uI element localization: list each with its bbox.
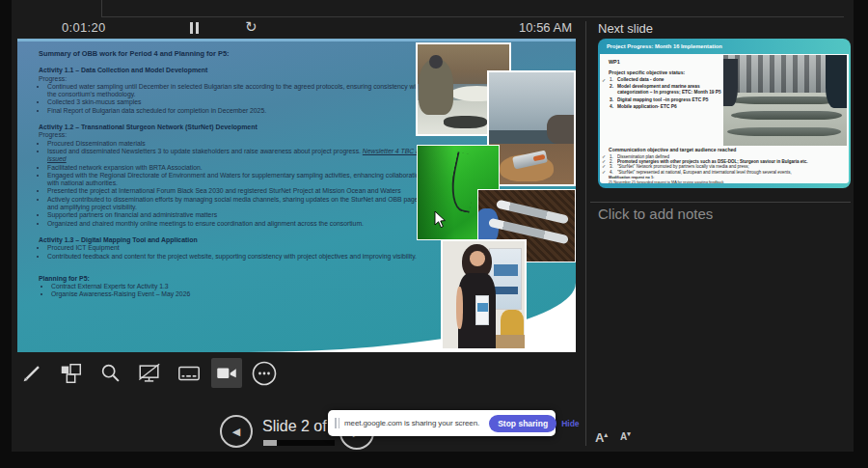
camera-icon xyxy=(214,361,239,386)
presenter-view: 0:01:20 ↻ 10:56 AM Summary of OBB work f… xyxy=(0,0,868,468)
fish-layer xyxy=(731,111,842,120)
photo-event-booth xyxy=(441,239,527,350)
bullet: Actively contributed to dissemination ef… xyxy=(47,196,428,212)
slide-progress-bar xyxy=(263,440,335,446)
bullet: Organise Awareness-Raising Event – May 2… xyxy=(51,290,428,298)
section-heading: Activity 1.1 – Data Collection and Model… xyxy=(39,67,428,74)
prev-arrow-icon: ◀ xyxy=(232,426,240,438)
section-heading: Activity 1.3 – Digital Mapping Tool and … xyxy=(39,236,428,244)
person-dark-layer xyxy=(826,55,847,108)
notes-divider xyxy=(590,202,851,203)
magnifier-icon xyxy=(98,361,123,386)
ellipsis-icon xyxy=(251,360,278,387)
bullet: Collected 3 skin-mucus samples xyxy=(47,98,428,106)
hide-link[interactable]: Hide xyxy=(561,419,579,428)
share-message: meet.google.com is sharing your screen. xyxy=(344,419,479,427)
font-decrease-button[interactable]: A▾ xyxy=(620,430,631,442)
clock-label: 10:56 AM xyxy=(482,20,572,35)
thumbnail-body: WP1 Project specific objective status: ✓… xyxy=(600,54,849,183)
font-up-icon: ▴ xyxy=(604,431,608,438)
head-layer xyxy=(429,55,442,69)
comm-list: ✓ 1. Dissemination plan defined ✓ 2. Pro… xyxy=(602,154,847,175)
thumbnail-title: Project Progress: Month 16 Implementatio… xyxy=(607,43,722,49)
fish-layer xyxy=(727,127,841,136)
next-slide-thumbnail[interactable]: Project Progress: Month 16 Implementatio… xyxy=(598,39,851,188)
pen-tool-button[interactable] xyxy=(16,358,47,388)
current-slide[interactable]: Summary of OBB work for Period 4 and Pla… xyxy=(17,39,576,352)
top-divider-horizontal xyxy=(101,16,844,17)
zoom-button[interactable] xyxy=(95,358,126,388)
slide-text-block: Summary of OBB work for Period 4 and Pla… xyxy=(39,50,428,308)
check-icon: ✓ xyxy=(602,170,610,175)
more-options-button[interactable] xyxy=(249,358,280,388)
font-increase-button[interactable]: A▴ xyxy=(595,430,608,445)
slide-title: Summary of OBB work for Period 4 and Pla… xyxy=(39,50,428,58)
bullet: Issued and disseminated Newsletters 3 to… xyxy=(47,148,428,164)
camera-button[interactable] xyxy=(211,358,242,388)
objective-item: 3. Digital mapping tool –in progress ETC… xyxy=(602,97,721,103)
footnote-text: 25 November 25 forwarded request to MA f… xyxy=(609,180,723,183)
pause-icon xyxy=(190,22,193,34)
bullet: Engaged with the Regional Directorate of… xyxy=(47,172,428,188)
arm-layer xyxy=(456,287,464,329)
bullet: Presented the project at International F… xyxy=(47,187,428,195)
objective-item: 4. Mobile application- ETC P6 xyxy=(602,104,721,110)
thumbnail-photo xyxy=(723,55,847,146)
bullet: Organized and chaired monthly online mee… xyxy=(47,220,428,228)
comm-heading: Communication objective and target audie… xyxy=(609,147,846,152)
bullet: Supported partners on financial and admi… xyxy=(47,211,428,219)
all-slides-button[interactable] xyxy=(56,358,87,388)
bullet: Contributed feedback and content for the… xyxy=(47,253,428,261)
bullet: Procured Dissemination materials xyxy=(47,140,428,148)
section-planning-p5: Planning for P5: Contract External Exper… xyxy=(39,275,428,299)
comm-item: ✓ 4. "SturNet" represented at national, … xyxy=(602,170,847,175)
section-activity-1-1: Activity 1.1 – Data Collection and Model… xyxy=(39,67,428,115)
font-down-icon: ▾ xyxy=(627,430,631,437)
panel-divider xyxy=(585,21,586,446)
check-icon: ✓ xyxy=(602,77,610,83)
top-divider-vertical xyxy=(101,0,102,16)
stop-sharing-button[interactable]: Stop sharing xyxy=(489,415,556,432)
bullet: Facilitated network expansion with BRTA … xyxy=(47,164,428,172)
bullet: Final Report of Bulgarian data scheduled… xyxy=(47,107,428,115)
captions-icon xyxy=(176,361,202,386)
fish-layer xyxy=(728,96,839,104)
objectives-list: ✓ 1. Collected data - done 2. Model deve… xyxy=(602,77,721,110)
headland-layer xyxy=(547,115,574,144)
slide-top-accent xyxy=(17,39,576,41)
pen-icon xyxy=(19,361,44,386)
notes-placeholder[interactable]: Click to add notes xyxy=(598,206,713,222)
face-layer xyxy=(470,251,485,266)
objective-item: 2. Model development and marine areas ca… xyxy=(602,84,721,96)
restart-icon: ↻ xyxy=(245,18,258,35)
prev-slide-button[interactable]: ◀ xyxy=(220,415,253,448)
drag-handle-icon[interactable] xyxy=(335,418,339,428)
section-activity-1-3: Activity 1.3 – Digital Mapping Tool and … xyxy=(39,236,428,261)
objective-item: ✓ 1. Collected data - done xyxy=(602,77,721,83)
gear-layer xyxy=(444,116,488,128)
poster-band-layer xyxy=(494,264,519,275)
section-heading: Planning for P5: xyxy=(39,275,428,283)
objectives-heading: Project specific objective status: xyxy=(609,69,685,75)
next-slide-label: Next slide xyxy=(598,21,653,36)
monitor-slash-icon xyxy=(137,361,162,386)
black-screen-button[interactable] xyxy=(134,358,165,388)
pause-button[interactable] xyxy=(190,22,203,35)
person-dark-layer xyxy=(723,59,738,106)
bullet: Procured ICT Equipment xyxy=(47,244,428,252)
bullet: Contract External Experts for Activity 1… xyxy=(51,283,428,290)
slide-progress-fill xyxy=(263,440,277,446)
captions-button[interactable] xyxy=(174,358,204,388)
tube-layer xyxy=(496,199,569,224)
bullet: Continued water sampling until December … xyxy=(47,83,428,99)
meet-share-banner: meet.google.com is sharing your screen. … xyxy=(328,410,556,436)
footnote-title: Modification request no 1: xyxy=(609,176,654,179)
section-sub: Progress: xyxy=(39,75,428,83)
poster-band-layer xyxy=(494,287,519,295)
restart-timer-button[interactable]: ↻ xyxy=(245,18,258,36)
brochure-art-layer xyxy=(477,303,488,312)
mouse-cursor xyxy=(434,211,448,229)
timer-label: 0:01:20 xyxy=(62,20,105,35)
section-heading: Activity 1.2 – Transnational Sturgeon Ne… xyxy=(39,124,428,131)
photo-shore-device xyxy=(487,70,576,186)
